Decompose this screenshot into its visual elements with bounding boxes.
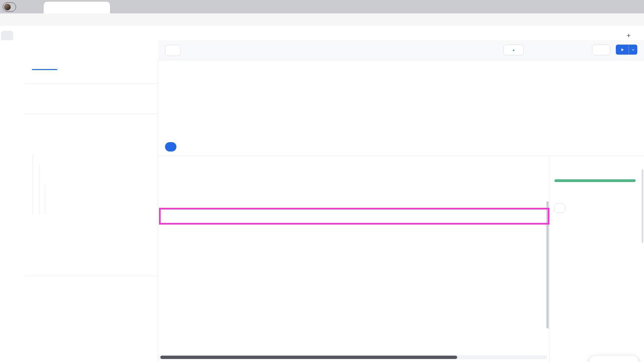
- column-list: [24, 288, 158, 362]
- ask-copilot-button[interactable]: [589, 355, 639, 362]
- results-grid[interactable]: [159, 156, 548, 362]
- run-play-icon[interactable]: [616, 45, 629, 55]
- results-tab[interactable]: [165, 142, 176, 152]
- tree-guide: [45, 184, 45, 215]
- browser-toolbar: [0, 13, 644, 26]
- nav-rail: [0, 40, 24, 362]
- run-options-chevron-icon[interactable]: [629, 45, 637, 55]
- sidebar: [24, 40, 158, 362]
- worksheet-main: ●: [158, 40, 644, 362]
- query-duration-bar: [554, 179, 636, 182]
- tree-guide: [32, 154, 33, 215]
- row-highlight-annotation: [159, 208, 549, 225]
- panel-scrollbar[interactable]: [642, 169, 643, 243]
- share-button[interactable]: [592, 45, 610, 55]
- snowsight-app: +: [0, 26, 644, 362]
- worksheet-tab-fragment[interactable]: [1, 31, 13, 40]
- tree-guide: [40, 164, 40, 215]
- horizontal-scroll-thumb[interactable]: [160, 356, 457, 359]
- worksheet-toolbar: ●: [158, 40, 644, 60]
- divider: [24, 114, 158, 114]
- browser-tab[interactable]: [44, 2, 110, 13]
- show-more-button[interactable]: [554, 203, 565, 213]
- browser-tab-strip: [0, 0, 644, 13]
- search-objects-input[interactable]: [32, 118, 151, 127]
- object-tree: [24, 127, 158, 276]
- run-button[interactable]: [616, 45, 637, 55]
- query-details-panel: [549, 156, 644, 362]
- new-worksheet-icon[interactable]: +: [627, 32, 631, 40]
- active-tab-underline: [32, 69, 57, 70]
- context-selector[interactable]: ●: [503, 45, 524, 55]
- worksheet-options-button[interactable]: [165, 45, 180, 56]
- divider: [24, 83, 158, 84]
- profile-avatar: [4, 4, 11, 10]
- divider: [24, 276, 158, 276]
- warehouse-status-dot: ●: [513, 48, 515, 52]
- browser-profile-button[interactable]: [3, 2, 16, 12]
